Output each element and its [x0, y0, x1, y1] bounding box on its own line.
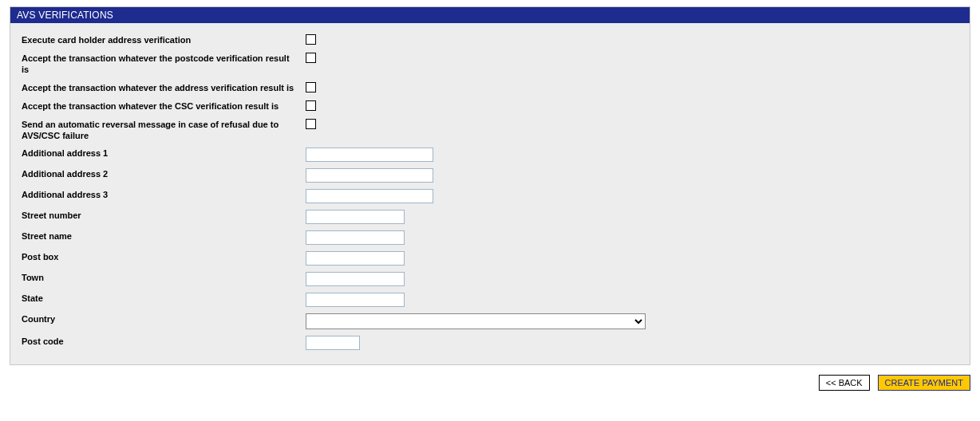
row-post-box: Post box [22, 248, 958, 269]
label-send-reversal: Send an automatic reversal message in ca… [22, 119, 306, 142]
create-payment-button[interactable]: CREATE PAYMENT [878, 375, 970, 391]
label-addr1: Additional address 1 [22, 148, 306, 159]
row-country: Country [22, 310, 958, 332]
label-addr2: Additional address 2 [22, 168, 306, 179]
input-state[interactable] [306, 293, 405, 307]
row-addr3: Additional address 3 [22, 186, 958, 207]
label-accept-address: Accept the transaction whatever the addr… [22, 82, 306, 93]
input-post-code[interactable] [306, 336, 360, 350]
avs-verifications-panel: AVS VERIFICATIONS Execute card holder ad… [10, 6, 970, 365]
checkbox-accept-address[interactable] [306, 82, 316, 92]
label-state: State [22, 293, 306, 304]
input-post-box[interactable] [306, 251, 405, 266]
label-execute-verification: Execute card holder address verification [22, 34, 306, 45]
select-country[interactable] [306, 313, 646, 329]
panel-title: AVS VERIFICATIONS [10, 7, 970, 23]
label-post-code: Post code [22, 336, 306, 347]
back-button[interactable]: << BACK [819, 375, 870, 391]
label-post-box: Post box [22, 251, 306, 262]
label-country: Country [22, 313, 306, 325]
row-town: Town [22, 269, 958, 289]
row-street-name: Street name [22, 227, 958, 248]
panel-body: Execute card holder address verification… [10, 23, 970, 364]
checkbox-accept-csc[interactable] [306, 100, 316, 111]
input-addr2[interactable] [306, 168, 433, 183]
label-accept-csc: Accept the transaction whatever the CSC … [22, 100, 306, 112]
row-state: State [22, 289, 958, 310]
row-street-number: Street number [22, 207, 958, 227]
checkbox-send-reversal[interactable] [306, 119, 316, 129]
label-addr3: Additional address 3 [22, 189, 306, 200]
label-street-number: Street number [22, 210, 306, 221]
label-street-name: Street name [22, 230, 306, 242]
input-addr1[interactable] [306, 148, 433, 162]
input-street-number[interactable] [306, 210, 405, 224]
row-execute-verification: Execute card holder address verification [22, 31, 958, 49]
input-street-name[interactable] [306, 230, 405, 245]
label-accept-postcode: Accept the transaction whatever the post… [22, 53, 306, 76]
label-town: Town [22, 272, 306, 283]
row-addr2: Additional address 2 [22, 165, 958, 186]
row-accept-address: Accept the transaction whatever the addr… [22, 79, 958, 97]
row-send-reversal: Send an automatic reversal message in ca… [22, 116, 958, 145]
row-addr1: Additional address 1 [22, 144, 958, 165]
input-addr3[interactable] [306, 189, 433, 203]
checkbox-execute-verification[interactable] [306, 34, 316, 45]
button-bar: << BACK CREATE PAYMENT [10, 373, 970, 392]
row-accept-postcode: Accept the transaction whatever the post… [22, 49, 958, 79]
row-accept-csc: Accept the transaction whatever the CSC … [22, 97, 958, 116]
checkbox-accept-postcode[interactable] [306, 53, 316, 63]
row-post-code: Post code [22, 332, 958, 353]
input-town[interactable] [306, 272, 405, 286]
